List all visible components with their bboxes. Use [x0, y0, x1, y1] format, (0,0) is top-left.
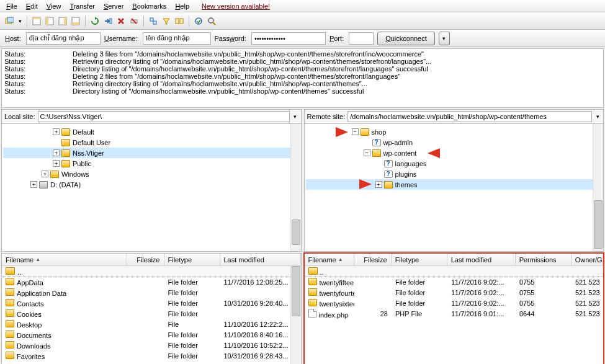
- folder-icon: [6, 352, 14, 359]
- folder-icon: [6, 341, 14, 348]
- svg-rect-3: [33, 17, 40, 19]
- file-row[interactable]: DocumentsFile folder11/10/2016 8:40:16..…: [2, 329, 301, 340]
- site-manager-chevron-icon[interactable]: ▾: [17, 16, 23, 27]
- username-label: Username:: [104, 35, 138, 42]
- compare-icon[interactable]: [174, 16, 185, 27]
- tree-item[interactable]: ?languages: [306, 158, 603, 169]
- svg-rect-14: [176, 19, 179, 24]
- file-row[interactable]: AppDataFile folder11/7/2016 12:08:25...: [2, 277, 301, 287]
- quickconnect-dropdown[interactable]: ▾: [439, 32, 450, 45]
- process-queue-icon[interactable]: [102, 16, 114, 27]
- message-log[interactable]: Status:Deleting 3 files from "/domains/h…: [1, 48, 604, 108]
- tree-item[interactable]: +themes: [306, 179, 603, 190]
- sync-browse-icon[interactable]: [193, 16, 204, 27]
- tree-expander[interactable]: +: [30, 181, 37, 188]
- folder-icon: [6, 288, 14, 296]
- menu-new-version[interactable]: New version available!: [198, 1, 274, 11]
- tree-expander[interactable]: +: [375, 181, 382, 188]
- menubar: FFileile Edit View Transfer Server Bookm…: [0, 0, 605, 12]
- menu-server[interactable]: Server: [100, 1, 127, 11]
- filter-icon[interactable]: [161, 16, 172, 27]
- toolbar: ▾: [0, 12, 605, 30]
- tree-expander[interactable]: +: [42, 171, 48, 177]
- tree-expander[interactable]: −: [352, 128, 359, 135]
- tree-expander[interactable]: −: [364, 149, 370, 156]
- tree-item[interactable]: −wp-content: [306, 148, 603, 158]
- svg-rect-7: [64, 17, 66, 25]
- toggle-local-tree-icon[interactable]: [44, 16, 55, 27]
- remote-path-dropdown-icon[interactable]: ▾: [594, 111, 601, 122]
- local-path-dropdown-icon[interactable]: ▾: [292, 111, 298, 122]
- local-file-list[interactable]: Filename▲ Filesize Filetype Last modifie…: [1, 253, 302, 364]
- file-row[interactable]: ..: [305, 266, 604, 277]
- port-input[interactable]: [349, 32, 374, 45]
- local-directory-tree[interactable]: +DefaultDefault User+Nss.Vtiger+Public+W…: [2, 124, 301, 251]
- tree-item[interactable]: +Windows: [3, 169, 300, 179]
- file-row[interactable]: twentyfifteenFile folder11/7/2016 9:02:.…: [305, 277, 604, 287]
- drive-icon: [39, 181, 48, 189]
- svg-rect-12: [150, 18, 153, 21]
- username-input[interactable]: [143, 32, 211, 45]
- file-row[interactable]: CookiesFile folder: [2, 308, 301, 319]
- refresh-icon[interactable]: [89, 16, 101, 27]
- scrollbar[interactable]: [290, 124, 301, 251]
- folder-icon: [61, 128, 70, 136]
- unknown-folder-icon: ?: [384, 160, 393, 167]
- folder-icon: [61, 139, 70, 146]
- scrollbar[interactable]: [290, 266, 301, 364]
- menu-transfer[interactable]: Transfer: [66, 1, 99, 11]
- local-path-input[interactable]: [38, 111, 290, 122]
- menu-edit[interactable]: Edit: [22, 1, 42, 11]
- menu-view[interactable]: View: [43, 1, 65, 11]
- file-row[interactable]: DownloadsFile folder11/10/2016 10:52:2..…: [2, 340, 301, 350]
- file-row[interactable]: ContactsFile folder10/31/2016 9:28:40...: [2, 298, 301, 308]
- password-label: Password:: [215, 35, 246, 42]
- tree-item[interactable]: ?wp-admin: [306, 137, 603, 148]
- folder-icon: [50, 171, 59, 178]
- svg-rect-10: [110, 19, 112, 24]
- remote-path-input[interactable]: [347, 111, 592, 122]
- tree-expander[interactable]: +: [53, 128, 60, 135]
- remote-directory-tree[interactable]: −shop?wp-admin−wp-content?languages?plug…: [305, 124, 604, 251]
- tree-item[interactable]: +Public: [3, 158, 300, 169]
- tree-expander[interactable]: +: [53, 160, 60, 167]
- tree-item[interactable]: ?plugins: [306, 169, 603, 179]
- menu-bookmarks[interactable]: Bookmarks: [128, 1, 170, 11]
- tree-item[interactable]: −shop: [306, 127, 603, 137]
- menu-file[interactable]: FFileile: [2, 1, 21, 11]
- toggle-remote-tree-icon[interactable]: [57, 16, 68, 27]
- remote-site-label: Remote site:: [307, 113, 346, 120]
- menu-help[interactable]: Help: [171, 1, 193, 11]
- unknown-folder-icon: ?: [384, 171, 393, 178]
- host-input[interactable]: [26, 32, 101, 45]
- quickconnect-bar: Host: Username: Password: Port: Quickcon…: [0, 30, 605, 47]
- quickconnect-button[interactable]: Quickconnect: [377, 32, 435, 45]
- search-icon[interactable]: [206, 16, 217, 27]
- local-tree-pane: Local site: ▾ +DefaultDefault User+Nss.V…: [1, 109, 302, 252]
- file-row[interactable]: ..: [2, 266, 301, 277]
- file-row[interactable]: index.php28PHP File11/7/2016 9:01:...064…: [305, 308, 604, 319]
- tree-item[interactable]: +D: (DATA): [3, 179, 300, 190]
- tree-item[interactable]: Default User: [3, 137, 300, 148]
- file-row[interactable]: twentysixteenFile folder11/7/2016 9:02:.…: [305, 298, 604, 308]
- folder-icon: [372, 149, 381, 157]
- file-row[interactable]: Application DataFile folder: [2, 287, 301, 298]
- tree-expander[interactable]: +: [53, 149, 60, 156]
- file-row[interactable]: FavoritesFile folder10/31/2016 9:28:43..…: [2, 350, 301, 361]
- file-row[interactable]: DesktopFile11/10/2016 12:22:2...: [2, 319, 301, 329]
- disconnect-icon[interactable]: [128, 16, 140, 27]
- scrollbar[interactable]: [593, 124, 603, 251]
- local-file-header[interactable]: Filename▲ Filesize Filetype Last modifie…: [2, 254, 301, 266]
- reconnect-icon[interactable]: [148, 16, 159, 27]
- cancel-icon[interactable]: [115, 16, 127, 27]
- remote-file-list[interactable]: Filename▲ Filesize Filetype Last modifie…: [304, 253, 604, 364]
- tree-item[interactable]: +Default: [3, 127, 300, 137]
- toggle-log-icon[interactable]: [31, 16, 42, 27]
- toggle-queue-icon[interactable]: [70, 16, 81, 27]
- svg-rect-1: [7, 17, 14, 22]
- tree-item[interactable]: +Nss.Vtiger: [3, 148, 300, 158]
- remote-file-header[interactable]: Filename▲ Filesize Filetype Last modifie…: [305, 254, 604, 266]
- password-input[interactable]: [251, 32, 326, 45]
- site-manager-icon[interactable]: [4, 16, 15, 27]
- file-row[interactable]: twentyfourteenFile folder11/7/2016 9:02:…: [305, 287, 604, 298]
